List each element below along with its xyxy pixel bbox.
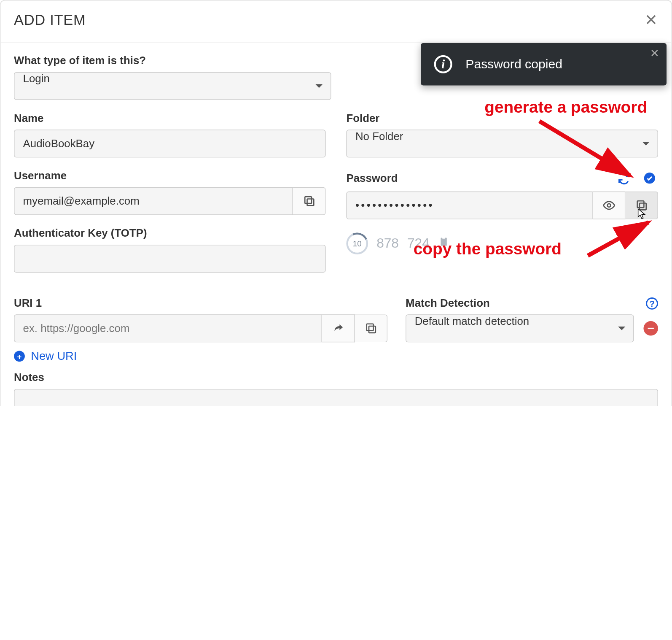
new-uri-button[interactable]: + New URI bbox=[14, 350, 387, 363]
add-item-modal: ADD ITEM ✕ i Password copied ✕ generate … bbox=[0, 0, 672, 406]
uri-label: URI 1 bbox=[14, 297, 387, 310]
notes-textarea[interactable] bbox=[14, 389, 658, 406]
totp-label: Authenticator Key (TOTP) bbox=[14, 227, 326, 240]
copy-icon bbox=[302, 194, 316, 208]
totp-countdown-ring: 10 bbox=[346, 232, 368, 254]
plus-circle-icon: + bbox=[14, 351, 25, 362]
copy-icon bbox=[364, 322, 378, 335]
svg-rect-10 bbox=[368, 326, 375, 333]
svg-rect-2 bbox=[307, 199, 314, 205]
totp-input[interactable] bbox=[14, 245, 326, 273]
password-input[interactable] bbox=[346, 192, 592, 219]
toggle-password-visibility-button[interactable] bbox=[593, 192, 626, 219]
annotation-generate: generate a password bbox=[484, 98, 647, 117]
new-uri-label: New URI bbox=[31, 350, 77, 363]
generate-password-button[interactable] bbox=[616, 170, 632, 186]
eye-icon bbox=[602, 199, 616, 212]
launch-uri-button[interactable] bbox=[322, 314, 355, 342]
item-type-select[interactable]: Login bbox=[14, 72, 331, 100]
username-label: Username bbox=[14, 170, 326, 182]
refresh-icon bbox=[618, 171, 631, 185]
svg-point-5 bbox=[607, 204, 610, 207]
annotation-copy: copy the password bbox=[414, 240, 562, 259]
share-icon bbox=[331, 322, 345, 335]
match-label: Match Detection bbox=[406, 297, 646, 310]
modal-header: ADD ITEM ✕ bbox=[0, 0, 671, 42]
copy-password-button[interactable] bbox=[625, 192, 658, 219]
svg-rect-9 bbox=[443, 237, 446, 239]
check-circle-icon bbox=[643, 171, 656, 185]
close-icon[interactable]: ✕ bbox=[645, 12, 658, 28]
modal-title: ADD ITEM bbox=[14, 11, 645, 28]
svg-rect-12 bbox=[648, 328, 654, 329]
match-detection-select[interactable]: Default match detection bbox=[406, 314, 634, 342]
check-password-button[interactable] bbox=[641, 170, 658, 186]
notes-label: Notes bbox=[14, 371, 658, 384]
copy-uri-button[interactable] bbox=[355, 314, 387, 342]
totp-countdown-value: 10 bbox=[353, 239, 362, 248]
copy-username-button[interactable] bbox=[293, 187, 326, 215]
uri-input[interactable] bbox=[14, 314, 322, 342]
svg-rect-11 bbox=[366, 324, 373, 331]
remove-uri-button[interactable] bbox=[643, 321, 658, 335]
name-input[interactable] bbox=[14, 130, 326, 157]
copy-icon bbox=[635, 199, 648, 212]
totp-code-a: 878 bbox=[376, 236, 399, 251]
svg-rect-6 bbox=[639, 203, 646, 210]
svg-rect-7 bbox=[637, 201, 644, 208]
name-label: Name bbox=[14, 112, 326, 125]
username-input[interactable] bbox=[14, 187, 293, 215]
svg-rect-3 bbox=[305, 197, 312, 203]
folder-select[interactable]: No Folder bbox=[346, 130, 658, 157]
password-label: Password bbox=[346, 172, 616, 184]
help-icon[interactable]: ? bbox=[646, 297, 658, 309]
item-type-label: What type of item is this? bbox=[14, 54, 658, 67]
minus-icon bbox=[647, 325, 654, 332]
